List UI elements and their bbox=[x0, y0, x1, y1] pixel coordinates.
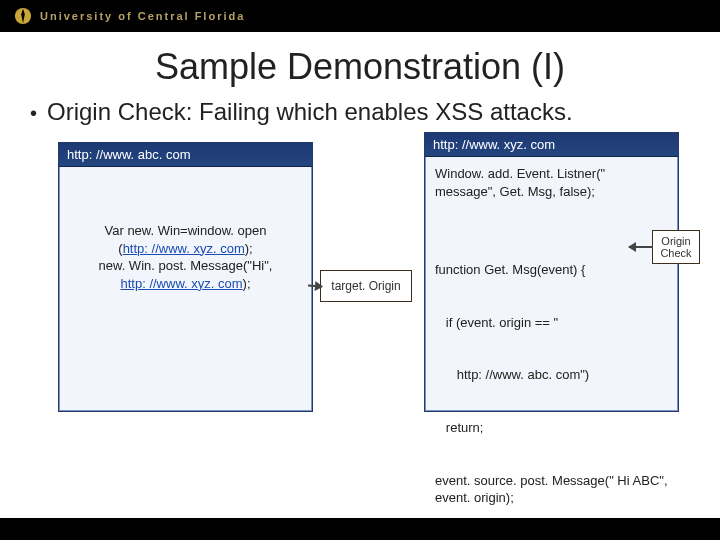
left-code-link1: http: //www. xyz. com bbox=[123, 241, 245, 256]
left-code-post: ); bbox=[243, 276, 251, 291]
func-line-4: return; bbox=[435, 419, 668, 437]
bullet-point: • Origin Check: Failing which enables XS… bbox=[0, 98, 720, 132]
target-origin-text: target. Origin bbox=[331, 279, 400, 293]
slide-title: Sample Demonstration (I) bbox=[0, 46, 720, 88]
footer-bar bbox=[0, 518, 720, 540]
func-line-1: function Get. Msg(event) { bbox=[435, 261, 668, 279]
bullet-text: Origin Check: Failing which enables XSS … bbox=[47, 98, 573, 126]
diagram-area: http: //www. abc. com Var new. Win=windo… bbox=[20, 132, 700, 472]
right-browser-window: http: //www. xyz. com Window. add. Event… bbox=[424, 132, 679, 412]
func-line-5: event. source. post. Message(" Hi ABC", … bbox=[435, 472, 668, 507]
origin-check-label: Origin Check bbox=[652, 230, 700, 264]
func-line-2: if (event. origin == " bbox=[435, 314, 668, 332]
func-line-3: http: //www. abc. com") bbox=[435, 366, 668, 384]
arrow-origincheck-to-code bbox=[629, 246, 653, 248]
right-address-bar: http: //www. xyz. com bbox=[425, 133, 678, 157]
left-address-bar: http: //www. abc. com bbox=[59, 143, 312, 167]
right-code-body: Window. add. Event. Listner(" message", … bbox=[425, 157, 678, 540]
bullet-dot-icon: • bbox=[30, 98, 37, 128]
ucf-logo-icon bbox=[14, 7, 32, 25]
right-func: function Get. Msg(event) { if (event. or… bbox=[435, 226, 668, 540]
origin-check-text: Origin Check bbox=[653, 235, 699, 259]
right-listener: Window. add. Event. Listner(" message", … bbox=[435, 165, 668, 200]
left-browser-window: http: //www. abc. com Var new. Win=windo… bbox=[58, 142, 313, 412]
left-code-body: Var new. Win=window. open (http: //www. … bbox=[59, 167, 312, 300]
university-header: University of Central Florida bbox=[0, 0, 720, 32]
university-name: University of Central Florida bbox=[40, 10, 245, 22]
target-origin-label: target. Origin bbox=[320, 270, 412, 302]
left-code-link2: http: //www. xyz. com bbox=[120, 276, 242, 291]
